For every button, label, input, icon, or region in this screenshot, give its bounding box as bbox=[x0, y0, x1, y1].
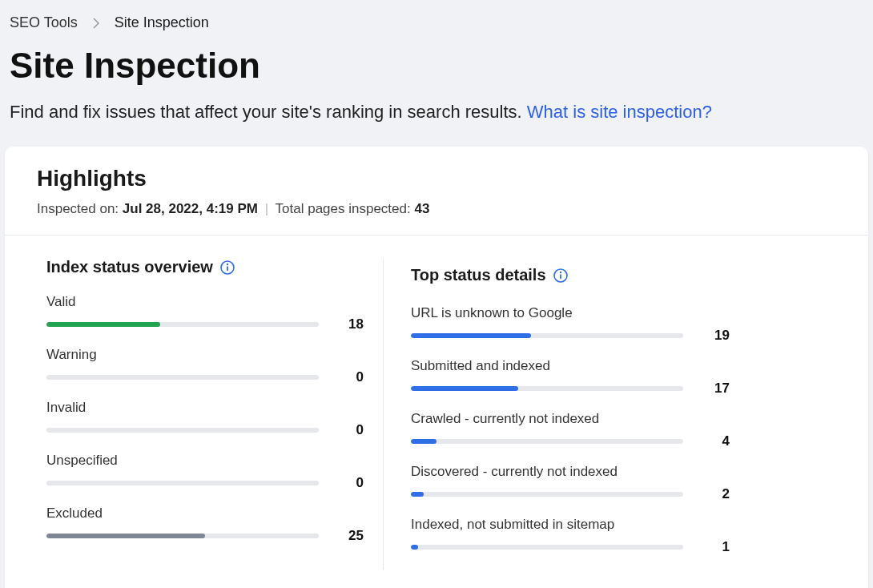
breadcrumb: SEO Tools Site Inspection bbox=[0, 0, 873, 38]
highlights-card: Highlights Inspected on: Jul 28, 2022, 4… bbox=[5, 147, 868, 588]
bar-track bbox=[46, 428, 319, 433]
chevron-right-icon bbox=[92, 18, 100, 29]
highlights-meta: Inspected on: Jul 28, 2022, 4:19 PM | To… bbox=[37, 201, 836, 217]
breadcrumb-current: Site Inspection bbox=[115, 14, 209, 31]
bar-value: 0 bbox=[341, 369, 364, 385]
top-status-title-text: Top status details bbox=[411, 266, 546, 284]
bar-row: Invalid0 bbox=[46, 400, 364, 438]
highlights-columns: Index status overview Valid18Warning0Inv… bbox=[5, 236, 868, 588]
highlights-title: Highlights bbox=[37, 166, 836, 191]
bar-value: 0 bbox=[341, 422, 364, 438]
bar-label: Warning bbox=[46, 347, 364, 363]
bar-track bbox=[46, 322, 319, 327]
bar-label: Unspecified bbox=[46, 453, 364, 469]
bar-track bbox=[46, 534, 319, 538]
svg-point-1 bbox=[227, 263, 228, 264]
bar-row: Valid18 bbox=[46, 294, 364, 332]
bar-value: 0 bbox=[341, 475, 364, 491]
bar-fill bbox=[411, 333, 531, 338]
info-icon[interactable] bbox=[219, 260, 235, 276]
bar-fill bbox=[411, 386, 518, 391]
bar-fill bbox=[46, 534, 205, 538]
bar-line: 4 bbox=[411, 433, 836, 449]
bar-label: URL is unknown to Google bbox=[411, 305, 836, 321]
top-status-details: Top status details URL is unknown to Goo… bbox=[392, 258, 836, 570]
bar-line: 0 bbox=[46, 369, 364, 385]
bar-label: Valid bbox=[46, 294, 364, 310]
bar-track bbox=[46, 375, 319, 380]
bar-label: Indexed, not submitted in sitemap bbox=[411, 517, 836, 533]
bar-label: Crawled - currently not indexed bbox=[411, 411, 836, 427]
meta-separator: | bbox=[265, 201, 268, 216]
breadcrumb-parent[interactable]: SEO Tools bbox=[10, 14, 78, 31]
page-description: Find and fix issues that affect your sit… bbox=[0, 97, 873, 147]
top-status-title: Top status details bbox=[411, 266, 836, 284]
index-status-overview: Index status overview Valid18Warning0Inv… bbox=[46, 258, 383, 570]
help-link[interactable]: What is site inspection? bbox=[527, 102, 712, 122]
bar-row: Unspecified0 bbox=[46, 453, 364, 491]
highlights-header: Highlights Inspected on: Jul 28, 2022, 4… bbox=[5, 147, 868, 236]
total-value: 43 bbox=[414, 201, 429, 216]
bar-value: 4 bbox=[706, 433, 730, 449]
bar-value: 1 bbox=[706, 539, 730, 555]
bar-fill bbox=[411, 492, 424, 497]
svg-rect-2 bbox=[227, 266, 228, 271]
bar-label: Invalid bbox=[46, 400, 364, 416]
bar-track bbox=[411, 333, 683, 338]
bar-track bbox=[411, 545, 683, 550]
bar-row: Excluded25 bbox=[46, 505, 364, 544]
bar-value: 19 bbox=[706, 328, 730, 344]
inspected-value: Jul 28, 2022, 4:19 PM bbox=[123, 201, 258, 216]
bar-value: 2 bbox=[706, 486, 730, 502]
bar-line: 0 bbox=[46, 422, 364, 438]
top-status-bars: URL is unknown to Google19Submitted and … bbox=[411, 305, 836, 555]
bar-row: Discovered - currently not indexed2 bbox=[411, 464, 836, 502]
bar-line: 1 bbox=[411, 539, 836, 555]
bar-track bbox=[411, 492, 683, 497]
bar-track bbox=[411, 386, 683, 391]
index-status-title: Index status overview bbox=[46, 258, 364, 276]
bar-value: 17 bbox=[706, 381, 730, 397]
bar-track bbox=[411, 439, 683, 444]
bar-label: Excluded bbox=[46, 505, 364, 522]
bar-row: URL is unknown to Google19 bbox=[411, 305, 836, 344]
svg-rect-5 bbox=[560, 274, 561, 279]
bar-fill bbox=[411, 545, 418, 550]
svg-point-4 bbox=[559, 271, 561, 272]
bar-fill bbox=[411, 439, 436, 444]
bar-line: 0 bbox=[46, 475, 364, 491]
index-status-title-text: Index status overview bbox=[46, 258, 213, 276]
bar-line: 19 bbox=[411, 328, 836, 344]
bar-track bbox=[46, 481, 319, 485]
bar-value: 25 bbox=[341, 528, 364, 544]
bar-line: 17 bbox=[411, 381, 836, 397]
column-divider bbox=[383, 258, 384, 570]
page-description-text: Find and fix issues that affect your sit… bbox=[10, 102, 522, 122]
bar-line: 25 bbox=[46, 528, 364, 544]
bar-row: Indexed, not submitted in sitemap1 bbox=[411, 517, 836, 555]
bar-label: Discovered - currently not indexed bbox=[411, 464, 836, 480]
bar-label: Submitted and indexed bbox=[411, 358, 836, 374]
bar-line: 18 bbox=[46, 316, 364, 332]
index-status-bars: Valid18Warning0Invalid0Unspecified0Exclu… bbox=[46, 294, 364, 544]
bar-fill bbox=[46, 322, 160, 327]
bar-row: Submitted and indexed17 bbox=[411, 358, 836, 397]
bar-row: Crawled - currently not indexed4 bbox=[411, 411, 836, 449]
total-label: Total pages inspected: bbox=[276, 201, 411, 216]
page-title: Site Inspection bbox=[0, 38, 873, 97]
info-icon[interactable] bbox=[553, 268, 569, 284]
bar-row: Warning0 bbox=[46, 347, 364, 385]
bar-line: 2 bbox=[411, 486, 836, 502]
bar-value: 18 bbox=[341, 316, 364, 332]
inspected-label: Inspected on: bbox=[37, 201, 119, 216]
